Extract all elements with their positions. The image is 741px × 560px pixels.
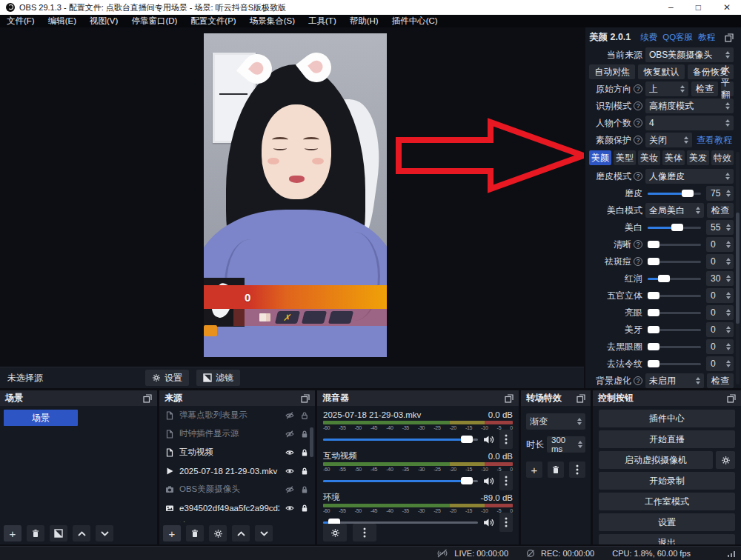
whiten-value[interactable]: 55 xyxy=(706,220,734,235)
popout-icon[interactable] xyxy=(301,394,310,403)
teeth-value[interactable]: 0 xyxy=(706,322,734,337)
blemish-value[interactable]: 0 xyxy=(706,254,734,269)
tutorial-link[interactable]: 教程 xyxy=(698,32,715,43)
spin-arrows-icon[interactable] xyxy=(726,190,731,198)
eye-icon[interactable] xyxy=(285,467,295,476)
source-properties-gear-button[interactable] xyxy=(209,525,227,541)
tab-body[interactable]: 美体 xyxy=(662,150,685,165)
scene-filters-button[interactable] xyxy=(50,525,67,541)
slider-handle[interactable] xyxy=(671,224,683,231)
popout-icon[interactable] xyxy=(576,394,585,403)
tab-beauty[interactable]: 美颜 xyxy=(589,150,611,165)
plugin-center-button[interactable]: 插件中心 xyxy=(599,410,735,427)
horizontal-flip-button[interactable]: 水平翻转 xyxy=(721,81,734,96)
lock-icon[interactable] xyxy=(300,430,309,439)
start-recording-button[interactable]: 开始录制 xyxy=(599,472,735,490)
lock-icon[interactable] xyxy=(300,411,309,420)
add-transition-button[interactable]: + xyxy=(526,461,542,478)
bg-blur-check-button[interactable]: 检查 xyxy=(707,373,734,388)
nasolabial-slider[interactable] xyxy=(648,363,701,365)
restore-default-button[interactable]: 恢复默认 xyxy=(638,64,684,79)
add-scene-button[interactable]: + xyxy=(4,525,21,541)
slider-handle[interactable] xyxy=(658,275,670,282)
menu-item[interactable]: 工具(T) xyxy=(302,16,343,27)
source-down-button[interactable] xyxy=(255,525,273,541)
slider-handle[interactable] xyxy=(648,292,659,299)
recognition-select[interactable]: 高精度模式 xyxy=(645,99,734,113)
lock-icon[interactable] xyxy=(300,485,309,494)
slider-handle[interactable] xyxy=(648,343,659,350)
spin-arrows-icon[interactable] xyxy=(726,224,731,232)
whiten-mode-select[interactable]: 全局美白 xyxy=(645,203,704,218)
smooth-mode-select[interactable]: 人像磨皮 xyxy=(645,169,734,184)
maximize-button[interactable]: □ xyxy=(696,2,701,13)
transition-menu-button[interactable] xyxy=(569,461,585,478)
spin-arrows-icon[interactable] xyxy=(726,326,731,334)
spin-arrows-icon[interactable] xyxy=(726,258,731,266)
menu-item[interactable]: 编辑(E) xyxy=(41,16,83,27)
menu-item[interactable]: 帮助(H) xyxy=(343,16,385,27)
remove-source-button[interactable] xyxy=(186,525,204,541)
speaker-icon[interactable] xyxy=(483,476,494,486)
lock-icon[interactable] xyxy=(300,448,309,457)
transition-type-select[interactable]: 渐变 xyxy=(526,413,585,430)
lock-icon[interactable] xyxy=(300,522,309,523)
tab-hair[interactable]: 美发 xyxy=(687,150,709,165)
popout-icon[interactable] xyxy=(505,394,514,403)
beauty-scrollbar[interactable] xyxy=(736,152,740,384)
slider-handle[interactable] xyxy=(648,241,659,248)
advanced-audio-button[interactable] xyxy=(323,524,347,541)
face-3d-value[interactable]: 0 xyxy=(706,288,734,303)
remove-scene-button[interactable] xyxy=(27,525,44,541)
teeth-slider[interactable] xyxy=(648,329,701,331)
popout-icon[interactable] xyxy=(727,394,736,403)
mixer-menu-button[interactable] xyxy=(353,524,376,541)
nasolabial-value[interactable]: 0 xyxy=(706,356,734,371)
smooth-slider[interactable] xyxy=(648,193,701,195)
speaker-icon[interactable] xyxy=(483,435,494,444)
slider-handle[interactable] xyxy=(648,360,659,367)
smooth-value[interactable]: 75 xyxy=(706,186,734,201)
orientation-check-button[interactable]: 检查 xyxy=(691,81,718,96)
sources-scrollbar[interactable] xyxy=(310,427,313,457)
minimize-button[interactable]: – xyxy=(668,2,674,13)
start-streaming-button[interactable]: 开始直播 xyxy=(599,430,735,448)
clarity-slider[interactable] xyxy=(648,244,701,246)
face-3d-slider[interactable] xyxy=(648,295,701,297)
slider-handle[interactable] xyxy=(648,326,659,333)
channel-menu-button[interactable] xyxy=(499,430,513,449)
virtual-camera-config-button[interactable] xyxy=(716,451,735,469)
lock-icon[interactable] xyxy=(300,504,309,513)
source-row[interactable]: e394502df49aa5fc2a99cd2e7c xyxy=(159,499,315,517)
slider-handle[interactable] xyxy=(648,258,659,265)
whiten-slider[interactable] xyxy=(648,227,701,229)
menu-item[interactable]: 视图(V) xyxy=(83,16,124,27)
menu-item[interactable]: 配置文件(P) xyxy=(184,16,242,27)
scene-up-button[interactable] xyxy=(73,525,90,541)
spin-arrows-icon[interactable] xyxy=(726,360,731,368)
spin-arrows-icon[interactable] xyxy=(726,275,731,283)
tab-makeup[interactable]: 美妆 xyxy=(638,150,660,165)
spin-arrows-icon[interactable] xyxy=(578,441,582,449)
volume-fader[interactable] xyxy=(323,480,478,482)
autofocus-button[interactable]: 自动对焦 xyxy=(589,64,635,79)
bright-eyes-value[interactable]: 0 xyxy=(706,305,734,320)
speaker-icon[interactable] xyxy=(483,518,494,527)
studio-mode-button[interactable]: 工作室模式 xyxy=(599,493,735,510)
eye-slash-icon[interactable] xyxy=(285,430,295,439)
channel-menu-button[interactable] xyxy=(499,513,513,532)
settings-button[interactable]: 设置 xyxy=(599,513,735,531)
eye-slash-icon[interactable] xyxy=(285,485,295,494)
channel-menu-button[interactable] xyxy=(499,471,513,490)
spin-arrows-icon[interactable] xyxy=(726,241,731,249)
spin-arrows-icon[interactable] xyxy=(726,309,731,317)
eye-icon[interactable] xyxy=(285,522,295,523)
tab-effects[interactable]: 特效 xyxy=(711,150,734,165)
spin-arrows-icon[interactable] xyxy=(726,343,731,351)
current-source-select[interactable]: OBS美颜摄像头 xyxy=(645,47,734,62)
slider-handle[interactable] xyxy=(648,309,659,316)
exit-button[interactable]: 退出 xyxy=(599,534,735,544)
rosy-slider[interactable] xyxy=(648,278,701,280)
qq-support-link[interactable]: QQ客服 xyxy=(662,32,693,43)
spin-arrows-icon[interactable] xyxy=(726,292,731,300)
